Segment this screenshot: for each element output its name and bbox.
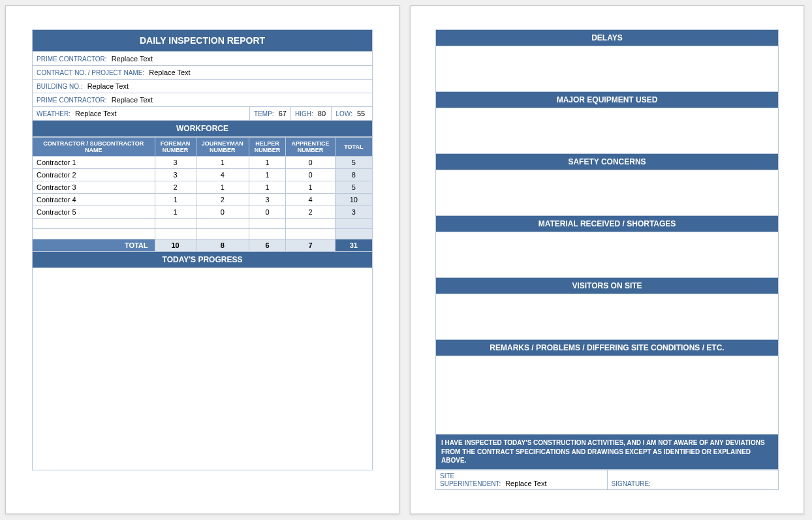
- certification-text: I HAVE INSPECTED TODAY'S CONSTRUCTION AC…: [435, 435, 779, 470]
- weather-value: Replace Text: [72, 110, 116, 117]
- progress-header: TODAY'S PROGRESS: [32, 252, 373, 268]
- total-row: TOTAL 10 8 6 7 31: [33, 239, 373, 252]
- page-1: DAILY INSPECTION REPORT PRIME CONTRACTOR…: [5, 5, 399, 514]
- contract-no-value: Replace Text: [146, 69, 190, 76]
- report-title: DAILY INSPECTION REPORT: [32, 29, 373, 52]
- high-label: HIGH:: [295, 110, 313, 117]
- workforce-table: CONTRACTOR / SUBCONTRACTOR NAME FOREMAN …: [32, 137, 373, 252]
- table-row: Contractor 234108: [33, 169, 373, 181]
- workforce-header: WORKFORCE: [32, 121, 373, 137]
- page-2: DELAYS MAJOR EQUIPMENT USED SAFETY CONCE…: [410, 5, 804, 514]
- col-name: CONTRACTOR / SUBCONTRACTOR NAME: [33, 138, 155, 157]
- superintendent-label-2: SUPERINTENDENT:: [440, 480, 501, 487]
- building-no-label: BUILDING NO.:: [37, 83, 83, 90]
- superintendent-label-1: SITE: [440, 472, 603, 480]
- equipment-header: MAJOR EQUIPMENT USED: [435, 92, 779, 108]
- visitors-header: VISITORS ON SITE: [435, 278, 779, 294]
- material-header: MATERIAL RECEIVED / SHORTAGES: [435, 216, 779, 232]
- temp-value: 67: [276, 110, 287, 117]
- table-row: [33, 219, 373, 229]
- contract-no-label: CONTRACT NO. / PROJECT NAME:: [37, 69, 144, 76]
- table-row: Contractor 4123410: [33, 194, 373, 206]
- col-journeyman: JOURNEYMAN NUMBER: [196, 138, 249, 157]
- remarks-body: [435, 356, 779, 435]
- temp-label: TEMP:: [254, 110, 274, 117]
- col-apprentice: APPRENTICE NUMBER: [286, 138, 336, 157]
- remarks-header: REMARKS / PROBLEMS / DIFFERING SITE COND…: [435, 340, 779, 356]
- col-helper: HELPER NUMBER: [249, 138, 286, 157]
- signature-table: SITE SUPERINTENDENT: Replace Text SIGNAT…: [435, 470, 779, 490]
- prime-contractor-label: PRIME CONTRACTOR:: [37, 55, 107, 63]
- equipment-body: [435, 108, 779, 154]
- prime-contractor-value: Replace Text: [109, 55, 153, 63]
- table-row: Contractor 321115: [33, 181, 373, 194]
- table-row: Contractor 510023: [33, 206, 373, 219]
- signature-label: SIGNATURE:: [612, 480, 651, 487]
- delays-header: DELAYS: [435, 29, 779, 46]
- building-no-value: Replace Text: [85, 82, 129, 90]
- material-body: [435, 232, 779, 278]
- visitors-body: [435, 294, 779, 340]
- progress-body: [32, 268, 373, 470]
- high-value: 80: [315, 110, 326, 117]
- low-value: 55: [354, 110, 365, 117]
- col-foreman: FOREMAN NUMBER: [155, 138, 196, 157]
- table-row: Contractor 131105: [33, 157, 373, 169]
- prime-contractor2-value: Replace Text: [109, 96, 153, 104]
- safety-body: [435, 170, 779, 216]
- info-table: PRIME CONTRACTOR: Replace Text CONTRACT …: [32, 52, 373, 121]
- delays-body: [435, 46, 779, 92]
- superintendent-value: Replace Text: [503, 480, 546, 487]
- table-row: [33, 229, 373, 239]
- col-total: TOTAL: [335, 138, 372, 157]
- weather-label: WEATHER:: [37, 110, 70, 117]
- prime-contractor2-label: PRIME CONTRACTOR:: [37, 97, 107, 104]
- safety-header: SAFETY CONCERNS: [435, 154, 779, 170]
- low-label: LOW:: [336, 110, 352, 117]
